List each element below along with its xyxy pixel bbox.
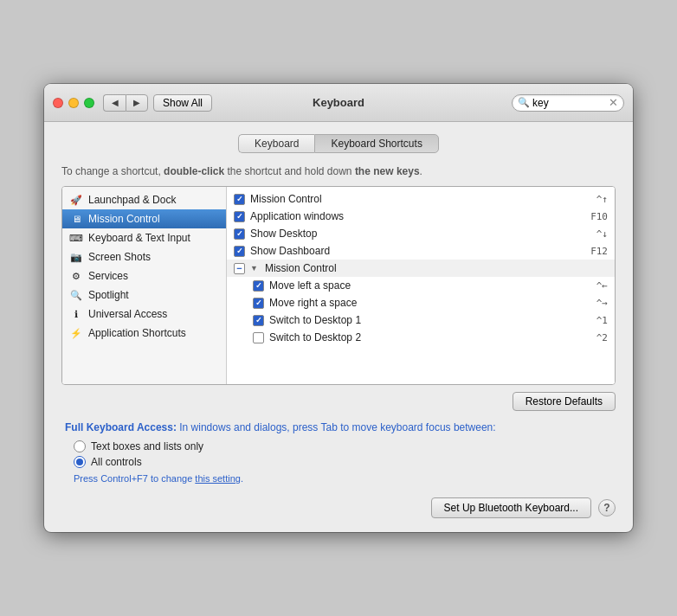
sidebar-item-keyboard-text-input[interactable]: ⌨ Keyboard & Text Input [62,228,226,247]
shortcut-list: Mission Control ^↑ Application windows F… [227,187,615,384]
table-row: Switch to Desktop 1 ^1 [227,311,615,329]
titlebar: ◀ ▶ Show All Keyboard 🔍 ✕ [44,84,633,122]
shortcut-checkbox-application-windows[interactable] [234,211,245,222]
shortcut-checkbox-show-dashboard[interactable] [234,246,245,257]
help-button[interactable]: ? [598,499,616,517]
shortcut-checkbox-move-left-space[interactable] [253,280,264,292]
table-row: Application windows F10 [227,208,615,225]
table-row: Move right a space ^→ [227,294,615,311]
keyboard-access-title: Full Keyboard Access: In windows and dia… [65,421,612,433]
table-row: Show Desktop ^↓ [227,225,615,242]
shortcut-sidebar: 🚀 Launchpad & Dock 🖥 Mission Control ⌨ K… [62,187,227,384]
bluetooth-keyboard-button[interactable]: Set Up Bluetooth Keyboard... [431,497,591,518]
launchpad-dock-icon: 🚀 [69,193,83,207]
content-area: Keyboard Keyboard Shortcuts To change a … [44,122,633,532]
sidebar-item-application-shortcuts[interactable]: ⚡ Application Shortcuts [62,324,226,343]
traffic-lights [53,98,94,108]
sidebar-item-screen-shots[interactable]: 📷 Screen Shots [62,247,226,266]
tab-keyboard-shortcuts[interactable]: Keyboard Shortcuts [314,134,438,153]
table-row: Mission Control ^↑ [227,190,615,208]
tab-keyboard[interactable]: Keyboard [238,134,314,153]
shortcut-checkbox-mission-control-group[interactable] [234,263,245,274]
radio-text-boxes[interactable] [74,440,86,452]
expand-icon[interactable]: ▼ [250,264,258,273]
window-title: Keyboard [313,96,364,109]
sidebar-item-services[interactable]: ⚙ Services [62,266,226,286]
restore-row: Restore Defaults [61,392,616,411]
sidebar-item-spotlight[interactable]: 🔍 Spotlight [62,286,226,305]
maximize-button[interactable] [84,98,94,108]
radio-all-controls[interactable] [74,456,86,468]
table-row: ▼ Mission Control [227,260,615,277]
shortcut-checkbox-switch-desktop-1[interactable] [253,315,264,326]
search-input[interactable] [532,97,607,109]
shortcut-checkbox-mission-control-main[interactable] [234,194,245,205]
spotlight-icon: 🔍 [69,288,83,302]
shortcut-hint: To change a shortcut, double-click the s… [61,165,616,177]
close-button[interactable] [53,98,63,108]
clear-search-icon[interactable]: ✕ [609,96,618,109]
main-panel: 🚀 Launchpad & Dock 🖥 Mission Control ⌨ K… [61,186,616,385]
bottom-bar: Set Up Bluetooth Keyboard... ? [61,497,616,518]
search-icon: 🔍 [518,97,530,108]
shortcut-checkbox-switch-desktop-2[interactable] [253,332,264,343]
keyboard-access-radio-group: Text boxes and lists only All controls [74,440,612,468]
search-box[interactable]: 🔍 ✕ [512,94,624,112]
keyboard-preferences-window: ◀ ▶ Show All Keyboard 🔍 ✕ Keyboard Keybo… [44,84,633,532]
application-shortcuts-icon: ⚡ [69,326,83,340]
table-row: Show Dashboard F12 [227,242,615,260]
sidebar-item-launchpad-dock[interactable]: 🚀 Launchpad & Dock [62,190,226,209]
services-icon: ⚙ [69,269,83,283]
tab-bar: Keyboard Keyboard Shortcuts [61,134,616,153]
forward-button[interactable]: ▶ [126,94,148,112]
show-all-button[interactable]: Show All [153,94,212,112]
table-row: Move left a space ^← [227,277,615,294]
screen-shots-icon: 📷 [69,250,83,264]
table-row: Switch to Desktop 2 ^2 [227,329,615,346]
radio-item-all-controls[interactable]: All controls [74,456,612,468]
nav-buttons: ◀ ▶ [103,94,148,112]
shortcut-checkbox-move-right-space[interactable] [253,298,264,309]
shortcut-checkbox-show-desktop[interactable] [234,228,245,240]
back-button[interactable]: ◀ [103,94,126,112]
mission-control-icon: 🖥 [69,212,83,226]
universal-access-icon: ℹ [69,307,83,321]
press-hint: Press Control+F7 to change this setting. [74,473,612,484]
restore-defaults-button[interactable]: Restore Defaults [513,392,616,411]
sidebar-item-universal-access[interactable]: ℹ Universal Access [62,305,226,324]
keyboard-text-input-icon: ⌨ [69,231,83,245]
keyboard-access-section: Full Keyboard Access: In windows and dia… [61,421,616,484]
radio-item-text-boxes[interactable]: Text boxes and lists only [74,440,612,452]
minimize-button[interactable] [68,98,79,108]
sidebar-item-mission-control[interactable]: 🖥 Mission Control [62,209,226,228]
